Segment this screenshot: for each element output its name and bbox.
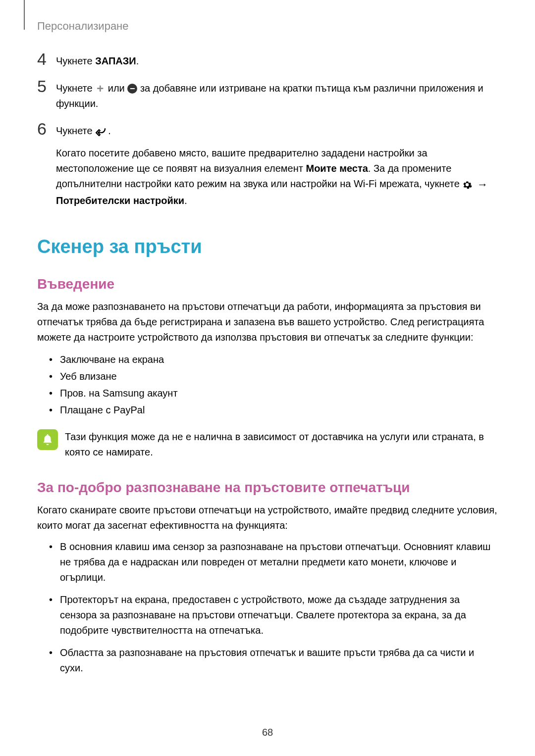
- step-text: или: [105, 83, 127, 94]
- step-text: Чукнете: [56, 83, 95, 94]
- step-body: Чукнете . Когато посетите добавено място…: [56, 120, 498, 208]
- list-item: Пров. на Samsung акаунт: [49, 385, 498, 402]
- page-number: 68: [262, 727, 273, 738]
- list-item: Заключване на екрана: [49, 351, 498, 368]
- bell-icon: [37, 429, 58, 450]
- step-5: 5 Чукнете + или за добавяне или изтриван…: [37, 78, 498, 111]
- step-bold: ЗАПАЗИ: [95, 55, 136, 66]
- intro-body: За да може разпознаването на пръстови от…: [37, 299, 498, 345]
- step-text: Чукнете: [56, 55, 95, 66]
- step-text: .: [136, 55, 139, 66]
- note-text: Тази функция може да не е налична в зави…: [65, 429, 498, 460]
- minus-icon: [127, 84, 137, 94]
- plus-icon: +: [95, 84, 105, 94]
- step-number: 4: [37, 50, 56, 67]
- section-title: Скенер за пръсти: [37, 236, 498, 257]
- list-item: Уеб влизане: [49, 368, 498, 385]
- step-number: 6: [37, 120, 56, 137]
- step-text: .: [108, 125, 111, 136]
- gear-icon: [462, 180, 472, 190]
- step-line-1: Чукнете .: [56, 123, 498, 139]
- step-bold: Моите места: [306, 163, 368, 174]
- list-item: Областта за разпознаване на пръстовия от…: [49, 645, 498, 676]
- page-header: Персонализиране: [37, 20, 498, 33]
- step-4: 4 Чукнете ЗАПАЗИ.: [37, 50, 498, 69]
- step-line-2: Когато посетите добавено място, вашите п…: [56, 146, 498, 208]
- step-body: Чукнете + или за добавяне или изтриване …: [56, 78, 498, 111]
- step-number: 5: [37, 78, 56, 95]
- step-body: Чукнете ЗАПАЗИ.: [56, 50, 139, 69]
- corner-decoration: [24, 0, 25, 30]
- recognition-bullet-list: В основния клавиш има сензор за разпозна…: [49, 539, 498, 676]
- recognition-body: Когато сканирате своите пръстови отпечат…: [37, 503, 498, 533]
- arrow-icon: →: [475, 176, 490, 193]
- note-callout: Тази функция може да не е налична в зави…: [37, 429, 498, 460]
- back-icon: [95, 127, 108, 137]
- list-item: Протекторът на екрана, предоставен с уст…: [49, 592, 498, 638]
- subsection-intro: Въведение: [37, 276, 498, 292]
- subsection-recognition: За по-добро разпознаване на пръстовите о…: [37, 480, 498, 496]
- step-text: .: [184, 195, 187, 206]
- step-6: 6 Чукнете . Когато посетите добавено мяс…: [37, 120, 498, 208]
- intro-bullet-list: Заключване на екрана Уеб влизане Пров. н…: [49, 351, 498, 418]
- step-list: 4 Чукнете ЗАПАЗИ. 5 Чукнете + или за доб…: [37, 50, 498, 208]
- list-item: В основния клавиш има сензор за разпозна…: [49, 539, 498, 585]
- step-text: Чукнете: [56, 125, 95, 136]
- step-bold: Потребителски настройки: [56, 195, 184, 206]
- list-item: Плащане с PayPal: [49, 402, 498, 418]
